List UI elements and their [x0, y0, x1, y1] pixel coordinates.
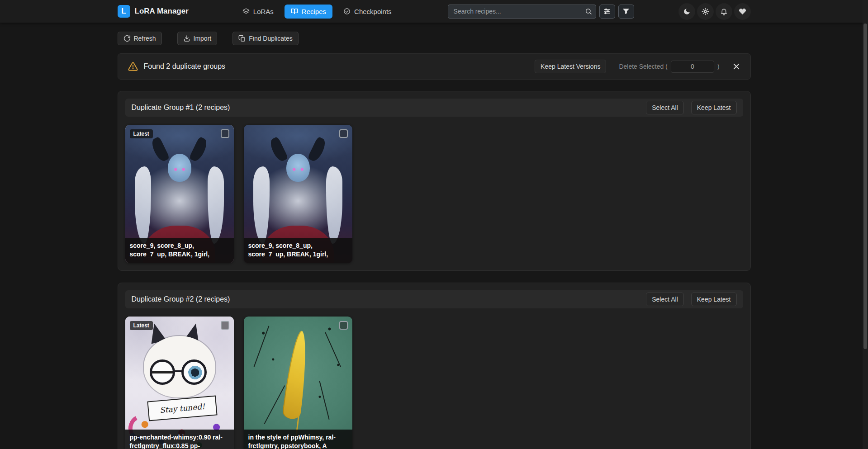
recipe-card[interactable]: in the style of ppWhimsy, ral-frctlgmtry…: [244, 317, 352, 449]
tab-recipes-label: Recipes: [302, 8, 326, 15]
tab-checkpoints-label: Checkpoints: [354, 8, 392, 15]
tab-checkpoints[interactable]: Checkpoints: [337, 5, 398, 19]
import-label: Import: [194, 35, 212, 42]
refresh-label: Refresh: [134, 35, 156, 42]
bell-icon: [720, 8, 728, 15]
banner-message: Found 2 duplicate groups: [144, 62, 226, 71]
filter-button[interactable]: [618, 5, 634, 19]
book-icon: [291, 8, 298, 15]
keep-latest-versions-button[interactable]: Keep Latest Versions: [535, 60, 606, 73]
delete-selected-prefix: Delete Selected (: [619, 63, 667, 70]
notifications-button[interactable]: [716, 3, 732, 20]
navbar-right-icons: [678, 3, 751, 20]
import-button[interactable]: Import: [177, 32, 218, 45]
toolbar: Refresh Import Find Duplicates: [118, 32, 751, 45]
funnel-icon: [622, 8, 630, 15]
card-caption: score_9, score_8_up, score_7_up, BREAK, …: [244, 238, 352, 263]
refresh-button[interactable]: Refresh: [118, 32, 162, 45]
latest-badge: Latest: [130, 129, 153, 138]
recipe-card[interactable]: Stay tuned! Latest pp-enchanted-whimsy:0…: [125, 317, 234, 449]
dismiss-banner-button[interactable]: [732, 62, 740, 71]
scrollbar[interactable]: [863, 0, 868, 449]
main-nav: LoRAs Recipes Checkpoints: [236, 5, 398, 19]
sliders-icon: [603, 8, 611, 15]
card-caption: score_9, score_8_up, score_7_up, BREAK, …: [125, 238, 234, 263]
brand[interactable]: L LoRA Manager: [118, 5, 189, 18]
group-2-select-all-button[interactable]: Select All: [646, 293, 684, 306]
card-checkbox[interactable]: [339, 321, 348, 330]
group-1-keep-latest-button[interactable]: Keep Latest: [691, 101, 737, 114]
selected-count-input[interactable]: [671, 61, 714, 73]
card-caption: in the style of ppWhimsy, ral-frctlgmtry…: [244, 430, 352, 449]
duplicate-group-panel-2: Duplicate Group #2 (2 recipes) Select Al…: [118, 283, 751, 449]
app-logo-icon: L: [118, 5, 130, 18]
search-box: [448, 5, 596, 19]
recipe-card[interactable]: score_9, score_8_up, score_7_up, BREAK, …: [244, 125, 352, 263]
delete-selected-control: Delete Selected ( ): [619, 61, 719, 73]
group-1-cards: Latest score_9, score_8_up, score_7_up, …: [125, 125, 743, 263]
navbar: L LoRA Manager LoRAs Recipes Checkpoi: [0, 0, 868, 23]
refresh-icon: [123, 35, 131, 42]
card-checkbox[interactable]: [221, 321, 229, 330]
group-2-keep-latest-button[interactable]: Keep Latest: [691, 293, 737, 306]
import-icon: [183, 35, 190, 42]
card-checkbox[interactable]: [339, 129, 348, 138]
group-1-header: Duplicate Group #1 (2 recipes) Select Al…: [125, 99, 743, 117]
warning-icon: [128, 61, 138, 71]
duplicate-group-panel-1: Duplicate Group #1 (2 recipes) Select Al…: [118, 91, 751, 271]
find-duplicates-label: Find Duplicates: [249, 35, 293, 42]
moon-icon: [683, 8, 691, 15]
find-duplicates-button[interactable]: Find Duplicates: [232, 32, 299, 45]
delete-selected-suffix: ): [717, 63, 720, 70]
scrollbar-thumb[interactable]: [863, 24, 867, 349]
theme-toggle-button[interactable]: [678, 3, 695, 20]
group-1-select-all-button[interactable]: Select All: [646, 101, 684, 114]
card-checkbox[interactable]: [221, 129, 229, 138]
heart-icon: [739, 8, 746, 15]
sliders-button[interactable]: [599, 5, 615, 19]
favorites-button[interactable]: [734, 3, 751, 20]
tab-loras-label: LoRAs: [253, 8, 274, 15]
app-title: LoRA Manager: [135, 7, 189, 16]
layers-icon: [242, 8, 250, 15]
settings-button[interactable]: [697, 3, 714, 20]
check-circle-icon: [343, 8, 351, 15]
group-2-cards: Stay tuned! Latest pp-enchanted-whimsy:0…: [125, 317, 743, 449]
gear-icon: [702, 8, 709, 15]
copy-icon: [238, 35, 246, 42]
tab-loras[interactable]: LoRAs: [236, 5, 280, 19]
search-input[interactable]: [448, 5, 596, 19]
recipe-card[interactable]: Latest score_9, score_8_up, score_7_up, …: [125, 125, 234, 263]
tab-recipes[interactable]: Recipes: [285, 5, 332, 19]
group-1-title: Duplicate Group #1 (2 recipes): [132, 104, 230, 112]
card-caption: pp-enchanted-whimsy:0.90 ral-frctlgmtry_…: [125, 430, 234, 449]
latest-badge: Latest: [130, 321, 153, 330]
search-icon[interactable]: [585, 8, 592, 15]
duplicates-banner: Found 2 duplicate groups Keep Latest Ver…: [118, 53, 751, 80]
group-2-title: Duplicate Group #2 (2 recipes): [132, 295, 230, 303]
group-2-header: Duplicate Group #2 (2 recipes) Select Al…: [125, 290, 743, 308]
close-icon: [732, 62, 740, 71]
